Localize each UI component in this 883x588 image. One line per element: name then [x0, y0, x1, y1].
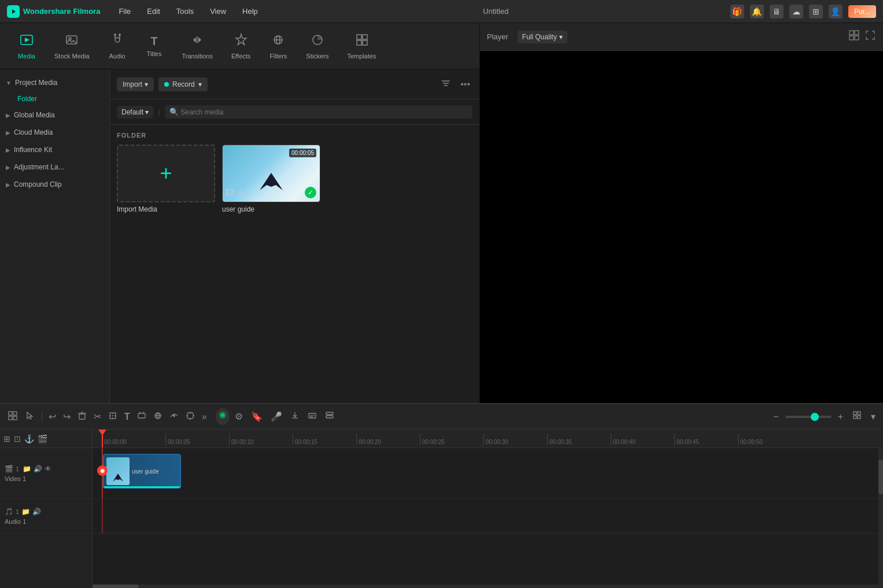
svg-rect-24 [849, 31, 854, 35]
top-right-icons: 🎁 🔔 🖥 ☁ ⊞ 👤 Pur... [730, 5, 876, 19]
toolbar-stickers[interactable]: Stickers [298, 29, 337, 63]
track-lock-button[interactable]: ⚓ [24, 434, 34, 443]
media-icon [20, 33, 34, 50]
layout-icon[interactable]: ⊞ [809, 5, 823, 19]
video-track-folder-icon[interactable]: 📁 [23, 465, 31, 473]
cut-tool[interactable]: ✂ [91, 409, 104, 424]
motion-tool[interactable] [150, 409, 165, 425]
sidebar-item-influence-kit[interactable]: ▶ Influence Kit [0, 141, 109, 158]
crop-tool[interactable] [105, 409, 120, 425]
sidebar-item-adjustment-layer[interactable]: ▶ Adjustment La... [0, 158, 109, 176]
video-track-number: 1 [16, 465, 19, 472]
undo-button[interactable]: ↩ [46, 409, 59, 424]
timeline-settings-icon[interactable]: ⚙ [232, 409, 246, 424]
more-tools-button[interactable]: » [199, 409, 210, 424]
player-grid-view-icon[interactable] [848, 29, 860, 44]
timeline-bookmark-icon[interactable]: 🔖 [248, 409, 265, 424]
menu-view[interactable]: View [206, 5, 230, 18]
gift-icon[interactable]: 🎁 [730, 5, 744, 19]
menu-tools[interactable]: Tools [173, 5, 197, 18]
purchase-button[interactable]: Pur... [848, 5, 876, 18]
menu-help[interactable]: Help [239, 5, 261, 18]
view-toggle-button[interactable] [849, 408, 864, 425]
toolbar-effects[interactable]: Effects [223, 29, 258, 63]
video-track-volume-icon[interactable]: 🔊 [34, 465, 42, 473]
sidebar-item-project-media[interactable]: ▼ Project Media [0, 74, 109, 91]
search-input[interactable] [181, 108, 468, 116]
filter-icon[interactable] [438, 76, 453, 93]
timeline-scrollbar-thumb[interactable] [878, 460, 883, 494]
list-item[interactable]: 00:00:05 [222, 145, 320, 213]
sidebar-item-folder[interactable]: Folder [0, 91, 109, 106]
svg-point-46 [173, 415, 175, 417]
user-guide-thumb[interactable]: 00:00:05 [222, 145, 320, 202]
video-track-eye-icon[interactable]: 👁 [45, 465, 51, 473]
search-icon: 🔍 [169, 108, 179, 116]
timeline-add-track-button[interactable] [5, 408, 21, 426]
bell-icon[interactable]: 🔔 [750, 5, 764, 19]
timeline-mic-icon[interactable]: 🎤 [268, 409, 285, 424]
more-options-icon[interactable]: ••• [458, 77, 472, 92]
toolbar-stock-media[interactable]: Stock Media [46, 29, 98, 63]
track-add-button[interactable]: ⊞ [3, 434, 10, 443]
timeline-layout-icon[interactable] [322, 409, 337, 425]
zoom-slider[interactable] [785, 416, 832, 418]
stabilize-tool[interactable] [134, 409, 149, 425]
cloud-download-icon[interactable]: ☁ [789, 5, 803, 19]
ruler-mark-0: 00:00:00 [102, 434, 165, 445]
audio-track-music-icon: 🎵 [5, 508, 13, 516]
import-media-thumb[interactable]: + [117, 145, 215, 202]
timeline-select-tool[interactable] [22, 408, 38, 426]
timeline-hscrollbar-thumb[interactable] [93, 585, 139, 588]
zoom-in-button[interactable]: + [835, 409, 846, 424]
playhead[interactable] [102, 430, 103, 448]
list-item[interactable]: + Import Media [117, 145, 215, 213]
sidebar-item-compound-clip[interactable]: ▶ Compound Clip [0, 176, 109, 193]
timeline-options-button[interactable]: ▾ [868, 409, 878, 424]
speed-tool[interactable] [167, 409, 182, 425]
toolbar-transitions[interactable]: Transitions [174, 29, 221, 63]
sidebar-label-project-media: Project Media [15, 79, 57, 87]
toolbar-filters[interactable]: Filters [261, 29, 295, 63]
redo-button[interactable]: ↪ [60, 409, 73, 424]
timeline-hscrollbar[interactable] [93, 585, 878, 588]
delete-button[interactable] [75, 409, 90, 425]
chevron-right-icon-2: ▶ [6, 130, 10, 136]
ai-tool[interactable] [183, 409, 198, 425]
video-clip-user-guide[interactable]: user guide [103, 454, 181, 489]
sidebar-item-global-media[interactable]: ▶ Global Media [0, 106, 109, 124]
text-tool[interactable]: T [121, 409, 133, 424]
zoom-thumb[interactable] [811, 413, 819, 421]
svg-point-8 [119, 34, 121, 36]
audio-track-folder-icon[interactable]: 📁 [21, 508, 30, 516]
player-fullscreen-icon[interactable] [864, 29, 876, 44]
menu-file[interactable]: File [115, 5, 134, 18]
track-scene-button[interactable]: 🎬 [38, 434, 47, 443]
sort-select[interactable]: Default ▾ [117, 106, 153, 119]
svg-rect-33 [9, 416, 12, 420]
toolbar-media[interactable]: Media [9, 29, 44, 63]
svg-rect-59 [854, 412, 856, 415]
ruler-mark-45: 00:00:45 [674, 434, 738, 445]
track-fit-button[interactable]: ⊡ [14, 434, 21, 443]
menu-edit[interactable]: Edit [143, 5, 163, 18]
svg-rect-27 [855, 36, 859, 40]
timeline-export-icon[interactable] [287, 409, 302, 425]
account-icon[interactable]: 👤 [829, 5, 843, 19]
timeline-scrollbar[interactable] [878, 448, 883, 588]
titles-icon: T [150, 35, 157, 48]
toolbar-audio[interactable]: Audio [100, 29, 135, 63]
import-button[interactable]: Import ▾ [117, 77, 154, 91]
toolbar-templates[interactable]: Templates [339, 29, 384, 63]
record-dot-icon [164, 82, 169, 87]
sidebar-item-cloud-media[interactable]: ▶ Cloud Media [0, 124, 109, 141]
app-logo: Wondershare Filmora [7, 5, 100, 18]
timeline-caption-icon[interactable] [305, 409, 320, 425]
record-button[interactable]: Record ▾ [158, 77, 208, 91]
audio-track-volume-icon[interactable]: 🔊 [32, 508, 41, 516]
screen-icon[interactable]: 🖥 [770, 5, 784, 19]
zoom-out-button[interactable]: − [770, 409, 781, 424]
toolbar-titles[interactable]: T Titles [137, 31, 172, 61]
audio-track-number: 1 [16, 508, 19, 515]
quality-select[interactable]: Full Quality ▾ [518, 31, 567, 43]
